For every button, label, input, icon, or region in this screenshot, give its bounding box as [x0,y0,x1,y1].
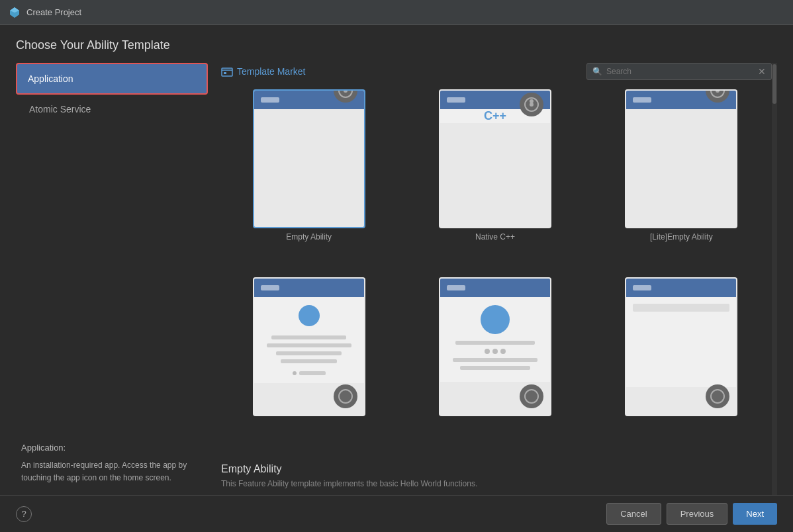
card-badge-search [706,384,729,408]
card-avatar [299,305,320,326]
badge-inner-cpp [524,97,539,112]
page-title: Choose Your Ability Template [16,38,777,52]
template-market-label: Template Market [221,66,305,77]
scrollbar[interactable] [772,63,777,495]
card-header-dot-cpp [447,97,465,103]
detail-dot-3 [500,349,506,354]
nav-item-atomic-service[interactable]: Atomic Service [16,95,208,124]
app-description: Application: An installation-required ap… [16,431,208,495]
nav-item-application[interactable]: Application [16,63,208,95]
card-badge-cpp [520,93,543,116]
card-body-detail [440,297,550,382]
title-bar-text: Create Project [26,7,81,17]
footer-right: Cancel Previous Next [606,503,777,525]
description-text: An installation-required app. Access the… [21,459,203,484]
search-icon: 🔍 [592,67,602,76]
card-badge-avatar [334,384,357,408]
left-nav: Application Atomic Service [16,63,208,124]
badge-inner [338,89,353,98]
previous-button[interactable]: Previous [667,503,728,525]
selected-template-info: Empty Ability This Feature Ability templ… [221,454,772,495]
card-label-empty-ability: Empty Ability [286,232,332,242]
detail-line-3 [460,366,531,370]
card-header-dot-search [633,285,651,290]
cancel-button[interactable]: Cancel [606,503,661,525]
scroll-thumb[interactable] [772,64,776,104]
card-header-dot-avatar [261,285,279,290]
detail-dot-row [485,349,506,354]
right-panel: Template Market 🔍 ✕ [208,63,772,495]
detail-line-1 [455,341,536,345]
card-body-cpp: C++ [440,109,550,123]
card-label-lite-empty: [Lite]Empty Ability [650,232,713,242]
card-line-3 [276,351,342,355]
template-thumbnail-search [625,277,737,416]
card-body-search [626,297,736,387]
detail-line-2 [453,358,537,362]
card-line-1 [271,335,347,339]
card-header-dot [261,97,279,103]
card-body-avatar [254,297,364,383]
card-badge-detail [520,384,543,408]
template-market-icon [221,66,233,77]
template-grid: Empty Ability C++ [221,89,772,454]
template-thumbnail-detail [439,277,551,416]
left-panel: Application Atomic Service Application: … [16,63,208,495]
card-avatar-large [481,305,510,334]
detail-dot-2 [492,349,498,354]
badge-inner-lite [710,89,725,98]
cpp-label: C++ [484,109,506,123]
template-card-search[interactable]: search [594,277,769,455]
card-header-bar-detail [440,279,550,297]
card-header-dot-detail [447,285,465,290]
next-button[interactable]: Next [733,503,777,525]
right-header: Template Market 🔍 ✕ [221,63,772,80]
card-line-2 [267,343,351,347]
footer: ? Cancel Previous Next [0,495,793,532]
main-content: Choose Your Ability Template Application… [0,25,793,495]
template-thumbnail-lite-empty [625,89,737,228]
card-header-bar-search [626,279,736,297]
title-bar: Create Project [0,0,793,25]
card-line-4 [281,359,337,363]
description-title: Application: [21,441,203,455]
template-card-one-ability[interactable]: one ability [221,277,396,455]
selected-template-desc: This Feature Ability template implements… [221,479,772,488]
search-input[interactable] [606,67,754,76]
template-card-empty-ability[interactable]: Empty Ability [221,89,396,267]
selected-template-name: Empty Ability [221,463,772,475]
body-area: Application Atomic Service Application: … [16,63,777,495]
template-thumbnail-one-ability [253,277,365,416]
search-box: 🔍 ✕ [586,63,772,80]
svg-rect-0 [222,68,232,76]
card-label-native-cpp: Native C++ [475,232,515,242]
template-card-detail[interactable]: detail [407,277,583,455]
app-logo-icon [8,6,21,19]
footer-left: ? [16,506,32,522]
card-header-bar-avatar [254,279,364,297]
template-thumbnail-empty-ability [253,89,365,228]
template-thumbnail-native-cpp: C++ [439,89,551,228]
detail-dot-1 [485,349,490,354]
card-search-bar [633,304,729,312]
search-clear-icon[interactable]: ✕ [758,66,766,77]
svg-rect-1 [224,72,226,74]
template-card-lite-empty[interactable]: [Lite]Empty Ability [594,89,769,267]
template-card-native-cpp[interactable]: C++ Native C++ [407,89,583,267]
help-button[interactable]: ? [16,506,32,522]
card-header-dot-lite [633,97,651,103]
